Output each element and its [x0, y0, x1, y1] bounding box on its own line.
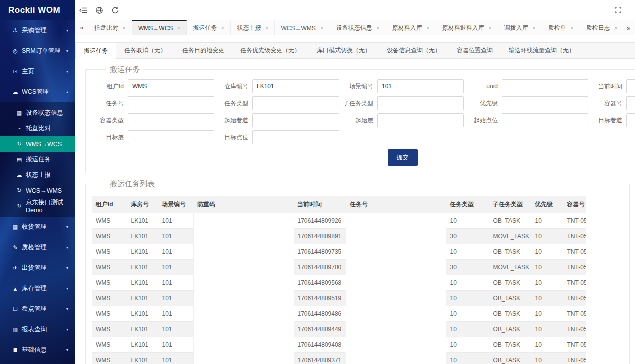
close-icon[interactable]: × — [177, 25, 180, 32]
subtab-搬运任务[interactable]: 搬运任务 — [75, 43, 116, 59]
field-input-仓库编号[interactable] — [252, 79, 339, 93]
subtab-任务取消（无）[interactable]: 任务取消（无） — [116, 43, 174, 58]
close-icon[interactable]: × — [570, 25, 574, 32]
sidebar-item-WCS→WMS[interactable]: ↻WCS→WMS — [0, 183, 75, 198]
close-icon[interactable]: × — [221, 25, 224, 32]
sidebar-group-收货管理[interactable]: ▦收货管理▾ — [0, 217, 75, 237]
inventory-chart-icon: ▲ — [11, 286, 19, 292]
field-input-目标巷道[interactable] — [626, 113, 635, 127]
subtab-库口模式切换（无）[interactable]: 库口模式切换（无） — [308, 43, 379, 58]
tab-WMS→WCS[interactable]: WMS→WCS× — [132, 20, 187, 35]
cell-任务号 — [346, 229, 446, 244]
cell-防重码 — [193, 275, 293, 291]
sidebar-collapse-icon[interactable] — [75, 0, 91, 20]
refresh-icon[interactable] — [107, 0, 123, 20]
subtab-任务目的地变更[interactable]: 任务目的地变更 — [174, 43, 232, 58]
tab-原材料入库[interactable]: 原材料入库× — [386, 20, 436, 35]
cell-任务类型: 10 — [446, 306, 489, 322]
subtab-容器位置查询[interactable]: 容器位置查询 — [449, 43, 501, 58]
submit-button[interactable]: 提交 — [388, 149, 418, 166]
cell-优先级: 10 — [531, 260, 563, 275]
sidebar-group-出货管理[interactable]: ✈出货管理▾ — [0, 258, 75, 278]
table-row[interactable]: WMSLK101101170614480951910OB_TASK10TNT-0… — [92, 291, 586, 306]
close-icon[interactable]: × — [376, 25, 380, 32]
close-icon[interactable]: × — [532, 25, 536, 32]
cell-任务类型: 10 — [446, 275, 489, 291]
field-input-场景编号[interactable] — [377, 79, 464, 93]
sidebar-item-WMS→WCS[interactable]: ↻WMS→WCS — [0, 136, 75, 152]
subtab-输送环线流量查询（无）[interactable]: 输送环线流量查询（无） — [501, 43, 583, 58]
tabs-scroll-right-icon[interactable]: » — [622, 20, 635, 35]
field-input-当前时间[interactable] — [626, 79, 635, 93]
field-input-起始点位[interactable] — [502, 113, 588, 127]
cell-优先级: 10 — [531, 275, 563, 291]
tab-托盘比对[interactable]: 托盘比对× — [88, 20, 132, 35]
field-input-目标层[interactable] — [128, 130, 214, 144]
close-icon[interactable]: × — [265, 25, 268, 32]
sidebar-group-SRM订单管理[interactable]: ◎SRM订单管理▾ — [0, 41, 75, 61]
field-input-优先级[interactable] — [502, 96, 588, 110]
subtab-任务优先级变更（无）[interactable]: 任务优先级变更（无） — [232, 43, 308, 58]
cell-子任务类型: OB_TASK — [489, 306, 531, 322]
cell-库房号: LK101 — [127, 353, 158, 364]
table-row[interactable]: WMSLK101101170614480956810OB_TASK10TNT-0… — [92, 275, 586, 291]
cell-优先级: 10 — [531, 291, 563, 306]
close-icon[interactable]: × — [320, 25, 324, 32]
field-input-容器类型[interactable] — [128, 113, 214, 127]
close-icon[interactable]: × — [426, 25, 430, 32]
sidebar-item-设备状态信息[interactable]: ▦设备状态信息 — [0, 105, 75, 121]
close-icon[interactable]: × — [122, 25, 126, 32]
cell-防重码 — [193, 337, 293, 353]
sidebar-group-WCS管理[interactable]: ☁WCS管理▴ — [0, 82, 75, 102]
table-row[interactable]: WMSLK101101170614480944910OB_TASK10TNT-0… — [92, 322, 586, 337]
sidebar-group-报表查询[interactable]: ▥报表查询▾ — [0, 319, 75, 340]
tab-状态上报[interactable]: 状态上报× — [231, 20, 275, 35]
subtab-设备信息查询（无）[interactable]: 设备信息查询（无） — [379, 43, 449, 58]
table-row[interactable]: WMSLK101101170614480970030MOVE_TASK10TNT… — [92, 260, 586, 275]
tabs-scroll-left-icon[interactable]: « — [75, 20, 88, 35]
sidebar-item-京东接口测试Demo[interactable]: ↻京东接口测试Demo — [0, 198, 75, 214]
sidebar-group-盘点管理[interactable]: ☐盘点管理▾ — [0, 299, 75, 319]
field-input-任务号[interactable] — [128, 96, 214, 110]
table-row[interactable]: WMSLK101101170614480940810OB_TASK10TNT-0… — [92, 337, 586, 353]
field-input-起始巷道[interactable] — [252, 113, 339, 127]
tab-WCS→WMS[interactable]: WCS→WMS× — [275, 20, 330, 35]
field-input-目标点位[interactable] — [252, 130, 339, 144]
anchor-icon: ⚓ — [11, 27, 19, 34]
sidebar-group-基础信息[interactable]: ≣基础信息▾ — [0, 340, 75, 360]
globe-icon[interactable] — [91, 0, 107, 20]
field-input-租户Id[interactable] — [128, 79, 214, 93]
sidebar-item-状态上报[interactable]: ☁状态上报 — [0, 167, 75, 183]
tab-搬运任务[interactable]: 搬运任务× — [187, 20, 231, 35]
field-input-起始层[interactable] — [377, 113, 464, 127]
cell-容器号: TNT-05-00 — [563, 306, 586, 322]
tab-设备状态信息[interactable]: 设备状态信息× — [330, 20, 386, 35]
cell-任务类型: 30 — [446, 260, 489, 275]
field-input-任务类型[interactable] — [252, 96, 339, 110]
field-input-uuid[interactable] — [502, 79, 588, 93]
table-row[interactable]: WMSLK101101170614480989130MOVE_TASK10TNT… — [92, 229, 586, 244]
field-label: 目标层 — [92, 133, 128, 142]
table-row[interactable]: WMSLK101101170614480992610OB_TASK10TNT-0… — [92, 213, 586, 229]
tab-质检单[interactable]: 质检单× — [542, 20, 580, 35]
sidebar-group-质检管理[interactable]: ✎质检管理▾ — [0, 237, 75, 258]
field-input-子任务类型[interactable] — [377, 96, 464, 110]
sidebar-item-托盘比对[interactable]: ◔托盘比对 — [0, 121, 75, 136]
cell-优先级: 10 — [531, 213, 563, 229]
fullscreen-icon[interactable] — [610, 0, 626, 20]
sidebar-item-搬运任务[interactable]: ▤搬运任务 — [0, 152, 75, 167]
table-row[interactable]: WMSLK101101170614480948610OB_TASK10TNT-0… — [92, 306, 586, 322]
sidebar-group-采购管理[interactable]: ⚓采购管理▾ — [0, 20, 75, 41]
close-icon[interactable]: × — [614, 25, 618, 32]
tab-调拨入库[interactable]: 调拨入库× — [498, 20, 542, 35]
field-label: 容器号 — [590, 99, 626, 108]
cell-防重码 — [193, 322, 293, 337]
tab-质检日志[interactable]: 质检日志× — [580, 20, 623, 35]
table-row[interactable]: WMSLK101101170614480973510OB_TASK10TNT-0… — [92, 244, 586, 260]
close-icon[interactable]: × — [488, 25, 492, 32]
sidebar-group-主页[interactable]: ⊡主页▾ — [0, 61, 75, 82]
sidebar-group-库存管理[interactable]: ▲库存管理▾ — [0, 278, 75, 299]
table-row[interactable]: WMSLK101101170614480937110OB_TASK10TNT-0… — [92, 353, 586, 364]
tab-原材料退料入库[interactable]: 原材料退料入库× — [436, 20, 498, 35]
field-input-容器号[interactable] — [626, 96, 635, 110]
